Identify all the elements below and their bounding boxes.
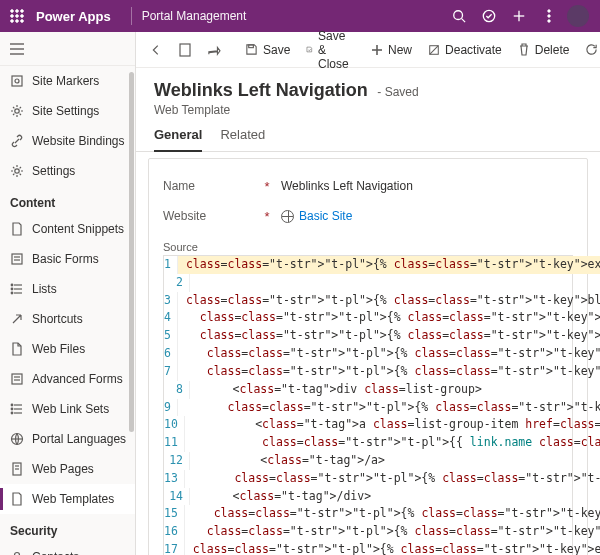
sidebar-section: Content [0,186,135,214]
tab-related[interactable]: Related [220,127,265,151]
new-button[interactable]: New [364,36,419,64]
code-line[interactable]: <class="t-tag">div class=list-group> [190,381,482,399]
sidebar-item-label: Web Files [32,342,85,356]
svg-point-4 [16,15,19,18]
required-icon: * [263,179,271,194]
code-line[interactable]: class=class="t-str">"t-pl">{% class=clas… [178,292,600,310]
profile-avatar[interactable] [564,0,592,32]
sidebar-nav: Site MarkersSite SettingsWebsite Binding… [0,32,136,555]
code-line[interactable] [190,274,198,292]
line-number: 10 [164,416,185,434]
code-line[interactable]: class=class="t-str">"t-pl">{% class=clas… [178,309,600,327]
sidebar-item[interactable]: Advanced Forms [0,364,135,394]
code-line[interactable]: class=class="t-str">"t-pl">{% class=clas… [178,399,600,417]
code-line[interactable]: class=class="t-str">"t-pl">{% class=clas… [185,505,600,523]
svg-point-6 [11,20,14,23]
code-line[interactable]: class=class="t-str">"t-pl">{% class=clas… [178,345,600,363]
command-bar: Save Save & Close New Deactivate Delete … [136,32,600,68]
sidebar-item-label: Shortcuts [32,312,83,326]
sidebar-item-label: Web Pages [32,462,94,476]
line-number: 2 [164,274,190,292]
form-card: Name * Weblinks Left Navigation Website … [148,158,588,555]
svg-line-62 [430,45,439,54]
marker-icon [10,74,24,88]
sidebar-item[interactable]: Website Bindings [0,126,135,156]
list-icon [10,402,24,416]
sidebar-item[interactable]: Web Templates [0,484,135,514]
saved-indicator: - Saved [377,85,418,99]
sidebar-item[interactable]: Contacts [0,542,135,555]
line-number: 17 [164,541,185,555]
code-line[interactable]: class=class="t-str">"t-pl">{% class=clas… [178,363,600,381]
sidebar-item-label: Site Markers [32,74,99,88]
save-close-button[interactable]: Save & Close [299,36,362,64]
deactivate-button[interactable]: Deactivate [421,36,509,64]
code-line[interactable]: class=class="t-str">"t-pl">{{ link.name … [185,434,600,452]
svg-rect-24 [12,254,22,264]
tab-general[interactable]: General [154,127,202,152]
required-icon: * [263,209,271,224]
code-line[interactable]: <class="t-tag">/a> [190,452,385,470]
hamburger-icon[interactable] [0,32,135,66]
product-name: Power Apps [36,9,111,24]
sidebar-item-label: Content Snippets [32,222,124,236]
share-button[interactable] [200,36,228,64]
svg-rect-33 [12,374,22,384]
task-icon[interactable] [474,0,504,32]
sidebar-scrollbar[interactable] [129,72,134,432]
list-icon [10,282,24,296]
website-lookup[interactable]: Basic Site [281,209,352,223]
line-number: 14 [164,488,190,506]
code-line[interactable]: <class="t-tag">a class=list-group-item h… [185,416,600,434]
svg-point-8 [21,20,24,23]
name-field[interactable]: Weblinks Left Navigation [281,179,413,193]
code-line[interactable]: class=class="t-str">"t-pl">{% class=clas… [185,470,600,488]
save-button[interactable]: Save [238,36,297,64]
code-line[interactable]: <class="t-tag">/div> [190,488,371,506]
sidebar-item[interactable]: Portal Languages [0,424,135,454]
code-line[interactable]: class=class="t-str">"t-pl">{% class=clas… [185,523,600,541]
sidebar-item[interactable]: Web Pages [0,454,135,484]
line-number: 13 [164,470,185,488]
svg-point-23 [15,169,19,173]
open-record-set-button[interactable] [172,36,198,64]
sidebar-item-label: Lists [32,282,57,296]
sidebar-item[interactable]: Web Link Sets [0,394,135,424]
sidebar-item[interactable]: Content Snippets [0,214,135,244]
globe-icon [10,432,24,446]
entity-name: Web Template [154,103,582,117]
svg-rect-57 [180,44,190,56]
global-header: Power Apps Portal Management [0,0,600,32]
line-number: 15 [164,505,185,523]
tabs: General Related [136,117,600,152]
code-line[interactable]: class=class="t-str">"t-pl">{% class=clas… [178,327,600,345]
svg-point-1 [16,10,19,13]
search-icon[interactable] [444,0,474,32]
add-icon[interactable] [504,0,534,32]
source-editor[interactable]: 1class=class="t-str">"t-pl">{% class=cla… [163,255,573,555]
sidebar-item[interactable]: Shortcuts [0,304,135,334]
more-icon[interactable] [534,0,564,32]
name-label: Name [163,179,253,193]
svg-point-9 [454,11,463,20]
header-divider [131,7,132,25]
sidebar-item[interactable]: Basic Forms [0,244,135,274]
back-button[interactable] [142,36,170,64]
code-line[interactable]: class=class="t-str">"t-pl">{% class=clas… [178,256,600,274]
delete-button[interactable]: Delete [511,36,577,64]
svg-point-22 [15,109,19,113]
sidebar-item-label: Settings [32,164,75,178]
sidebar-item[interactable]: Settings [0,156,135,186]
line-number: 16 [164,523,185,541]
svg-point-3 [11,15,14,18]
app-launcher-icon[interactable] [8,7,26,25]
sidebar-item-label: Website Bindings [32,134,125,148]
code-line[interactable]: class=class="t-str">"t-pl">{% class=clas… [185,541,600,555]
sidebar-item[interactable]: Web Files [0,334,135,364]
svg-point-7 [16,20,19,23]
sidebar-item[interactable]: Lists [0,274,135,304]
refresh-button[interactable]: Refresh [578,36,600,64]
sidebar-item[interactable]: Site Settings [0,96,135,126]
svg-line-10 [462,19,466,23]
sidebar-item[interactable]: Site Markers [0,66,135,96]
